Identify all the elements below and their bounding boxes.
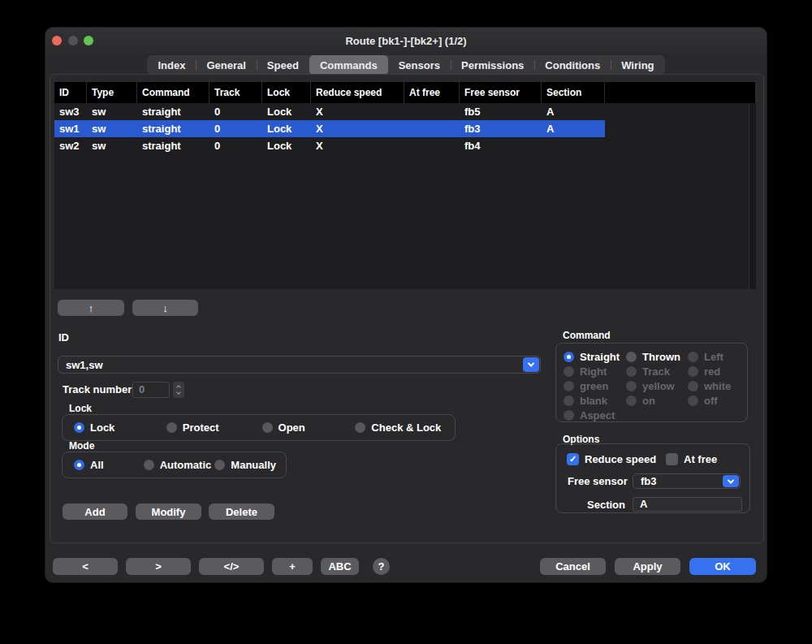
- radio-thrown[interactable]: Thrown: [626, 349, 688, 364]
- radio-label: Left: [704, 351, 723, 363]
- column-header-type[interactable]: Type: [87, 82, 137, 103]
- table-cell: A: [542, 103, 605, 120]
- radio-icon: [355, 422, 365, 433]
- id-combobox-value: sw1,sw: [58, 359, 522, 371]
- at-free-checkbox[interactable]: At free: [666, 453, 717, 465]
- radio-red: red: [688, 364, 749, 378]
- checkbox-empty-icon: [666, 453, 678, 465]
- arrow-up-icon: ↑: [89, 302, 94, 314]
- radio-label: red: [704, 365, 720, 378]
- free-sensor-label: Free sensor: [568, 475, 628, 487]
- radio-straight[interactable]: Straight: [564, 349, 626, 364]
- table-cell: X: [311, 137, 404, 154]
- table-cell: [404, 120, 460, 137]
- table-cell: 0: [209, 137, 262, 154]
- column-header-lock[interactable]: Lock: [262, 82, 311, 103]
- reduce-speed-checkbox[interactable]: ✓ Reduce speed: [567, 453, 656, 465]
- table-row[interactable]: sw1swstraight0LockXfb3A: [54, 120, 605, 137]
- checkbox-check-icon: ✓: [567, 453, 579, 465]
- radio-icon: [626, 381, 637, 391]
- radio-label: Protect: [183, 421, 219, 434]
- radio-all[interactable]: All: [74, 459, 144, 471]
- table-body: sw3swstraight0LockXfb5Asw1swstraight0Loc…: [54, 103, 756, 154]
- column-header-track[interactable]: Track: [209, 82, 262, 103]
- cancel-button[interactable]: Cancel: [540, 558, 606, 575]
- commands-table: IDTypeCommandTrackLockReduce speedAt fre…: [54, 82, 756, 289]
- track-number-label: Track number: [63, 383, 132, 395]
- track-number-stepper[interactable]: [173, 382, 184, 398]
- route-dialog-window: Route [bk1-]-[bk2+] (1/2) IndexGeneralSp…: [45, 27, 767, 583]
- radio-green: green: [564, 378, 626, 393]
- abc-button[interactable]: ABC: [321, 558, 359, 575]
- radio-icon: [626, 366, 637, 377]
- radio-label: Open: [279, 421, 305, 434]
- stepper-up-icon: [176, 385, 181, 390]
- tab-speed[interactable]: Speed: [257, 55, 309, 75]
- table-cell: straight: [137, 137, 209, 154]
- prev-button[interactable]: <: [53, 558, 118, 575]
- table-cell: straight: [137, 103, 209, 120]
- window-title: Route [bk1-]-[bk2+] (1/2): [45, 28, 767, 54]
- radio-label: Thrown: [642, 351, 680, 363]
- tab-wiring[interactable]: Wiring: [611, 55, 664, 75]
- next-button[interactable]: >: [126, 558, 191, 575]
- tab-commands[interactable]: Commands: [309, 55, 388, 75]
- radio-check-lock[interactable]: Check & Lock: [355, 421, 455, 434]
- tab-general[interactable]: General: [196, 55, 256, 75]
- column-header-id[interactable]: ID: [54, 82, 87, 103]
- reduce-speed-label: Reduce speed: [585, 453, 656, 465]
- table-cell: fb5: [460, 103, 542, 120]
- table-cell: sw2: [54, 137, 87, 154]
- table-cell: X: [311, 120, 404, 137]
- tab-conditions[interactable]: Conditions: [534, 55, 611, 75]
- add-button[interactable]: Add: [63, 504, 127, 520]
- delete-button[interactable]: Delete: [209, 504, 274, 520]
- apply-button[interactable]: Apply: [615, 558, 680, 575]
- radio-label: Check & Lock: [371, 421, 441, 434]
- column-header-free-sensor[interactable]: Free sensor: [460, 82, 542, 103]
- section-label: Section: [587, 499, 625, 511]
- radio-icon: [564, 366, 574, 377]
- column-header-command[interactable]: Command: [137, 82, 209, 103]
- lock-group-label: Lock: [69, 403, 92, 414]
- table-row[interactable]: sw3swstraight0LockXfb5A: [54, 103, 605, 120]
- radio-icon: [564, 381, 574, 391]
- radio-protect[interactable]: Protect: [166, 421, 262, 434]
- zoom-traffic-light-icon[interactable]: [84, 36, 93, 45]
- column-header-section[interactable]: Section: [542, 82, 605, 103]
- table-row[interactable]: sw2swstraight0LockXfb4: [54, 137, 605, 154]
- radio-manually[interactable]: Manually: [214, 459, 286, 471]
- command-group: StraightThrownLeftRightTrackredgreenyell…: [555, 343, 748, 422]
- mode-group-label: Mode: [69, 440, 94, 452]
- column-header-at-free[interactable]: At free: [404, 82, 460, 103]
- modify-button[interactable]: Modify: [136, 504, 201, 520]
- tab-bar-wrap: IndexGeneralSpeedCommandsSensorsPermissi…: [45, 55, 767, 75]
- chevron-down-icon[interactable]: [723, 475, 739, 487]
- close-traffic-light-icon[interactable]: [52, 36, 62, 45]
- chevron-down-icon[interactable]: [523, 357, 539, 372]
- ok-button[interactable]: OK: [689, 558, 756, 575]
- table-header: IDTypeCommandTrackLockReduce speedAt fre…: [54, 82, 756, 103]
- section-field[interactable]: A: [633, 497, 742, 512]
- column-header-reduce-speed[interactable]: Reduce speed: [311, 82, 404, 103]
- radio-off: off: [688, 393, 749, 408]
- radio-icon: [626, 352, 637, 362]
- tab-sensors[interactable]: Sensors: [388, 55, 451, 75]
- tab-index[interactable]: Index: [147, 55, 196, 75]
- help-button[interactable]: ?: [373, 558, 390, 575]
- radio-lock[interactable]: Lock: [74, 421, 166, 434]
- tab-permissions[interactable]: Permissions: [451, 55, 534, 75]
- track-number-field[interactable]: 0: [132, 382, 170, 398]
- table-cell: sw3: [54, 103, 87, 120]
- radio-automatic[interactable]: Automatic: [144, 459, 215, 471]
- radio-icon: [688, 352, 698, 362]
- radio-label: Automatic: [160, 459, 212, 471]
- lock-group: LockProtectOpenCheck & Lock: [62, 414, 456, 441]
- code-button[interactable]: </>: [199, 558, 264, 575]
- free-sensor-combobox[interactable]: fb3: [633, 473, 741, 489]
- radio-open[interactable]: Open: [262, 421, 356, 434]
- id-combobox[interactable]: sw1,sw: [58, 356, 541, 374]
- move-down-button[interactable]: ↓: [132, 300, 198, 316]
- plus-button[interactable]: +: [272, 558, 313, 575]
- move-up-button[interactable]: ↑: [58, 300, 124, 316]
